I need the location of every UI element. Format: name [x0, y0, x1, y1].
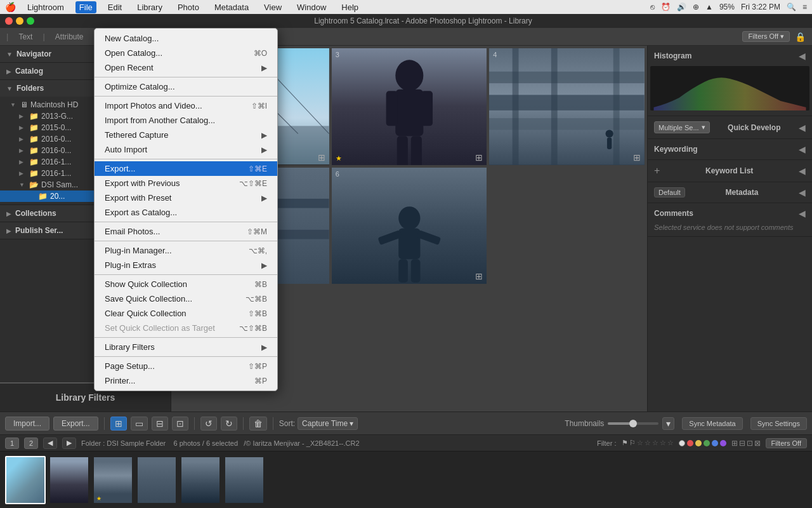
- photo-cell-2[interactable]: 3 ★ ⊞: [332, 48, 487, 165]
- menu-export[interactable]: Export... ⇧⌘E: [95, 161, 277, 176]
- menu-new-catalog[interactable]: New Catalog...: [95, 31, 277, 46]
- menu-export-with-previous[interactable]: Export with Previous ⌥⇧⌘E: [95, 176, 277, 190]
- flag-reject-icon[interactable]: ⚐: [629, 439, 636, 447]
- maximize-button[interactable]: [27, 17, 34, 25]
- filmstrip-prev-button[interactable]: ◀: [43, 438, 57, 449]
- airplay-icon[interactable]: ⎋: [650, 3, 655, 11]
- color-filter-green[interactable]: [704, 440, 710, 446]
- filters-off-button[interactable]: Filters Off ▾: [742, 31, 790, 42]
- keywording-header[interactable]: Keywording ◀: [648, 142, 812, 157]
- star-4[interactable]: ☆: [660, 439, 666, 447]
- rotate-left-button[interactable]: ↺: [200, 417, 217, 431]
- comments-header[interactable]: Comments ◀: [648, 206, 812, 221]
- folder-icon: 📁: [29, 146, 39, 155]
- filmstrip-thumb-1[interactable]: [5, 456, 46, 504]
- menu-printer[interactable]: Printer... ⌘P: [95, 373, 277, 388]
- import-button[interactable]: Import...: [5, 417, 49, 431]
- photo-cell-3[interactable]: 4 ⊞: [489, 48, 645, 165]
- flag-icon[interactable]: ⚑: [622, 439, 628, 447]
- time-machine-icon[interactable]: ⏰: [661, 3, 671, 11]
- thumbnail-dropdown-button[interactable]: ▾: [662, 417, 674, 430]
- cell-number-2: 3: [336, 51, 339, 58]
- menu-optimize-catalog[interactable]: Optimize Catalog...: [95, 79, 277, 94]
- loupe-view-button[interactable]: ▭: [131, 417, 148, 431]
- filter-text-tab[interactable]: Text: [13, 31, 37, 43]
- filmstrip-thumb-5[interactable]: [180, 456, 221, 504]
- menu-window[interactable]: Window: [293, 1, 330, 13]
- grid-view-button[interactable]: ⊞: [110, 417, 127, 431]
- filmstrip-thumb-2[interactable]: [49, 456, 89, 504]
- rotate-right-button[interactable]: ↻: [221, 417, 237, 431]
- star-3[interactable]: ☆: [652, 439, 658, 447]
- histogram-header[interactable]: Histogram ◀: [648, 48, 812, 64]
- keyword-add-icon[interactable]: +: [654, 165, 660, 177]
- keyword-list-arrow[interactable]: ◀: [799, 166, 806, 176]
- filter-lock-icon[interactable]: 🔒: [795, 32, 806, 42]
- menu-save-quick-collection[interactable]: Save Quick Collection... ⌥⌘B: [95, 291, 277, 306]
- star-2[interactable]: ☆: [645, 439, 651, 447]
- menu-plugin-manager[interactable]: Plug-in Manager... ⌥⌘,: [95, 243, 277, 258]
- close-button[interactable]: [5, 17, 13, 25]
- filmstrip-thumb-6[interactable]: [224, 456, 265, 504]
- delete-button[interactable]: 🗑: [249, 417, 267, 431]
- survey-view-button[interactable]: ⊡: [172, 417, 188, 431]
- apple-menu[interactable]: 🍎: [5, 2, 16, 12]
- menu-file[interactable]: File: [75, 1, 96, 13]
- menu-open-catalog[interactable]: Open Catalog... ⌘O: [95, 46, 277, 60]
- volume-icon[interactable]: 🔊: [677, 3, 686, 11]
- thumbnail-size-slider[interactable]: [608, 422, 658, 425]
- menu-edit[interactable]: Edit: [104, 1, 126, 13]
- quick-develop-header[interactable]: Multiple Se... ▾ Quick Develop ◀: [648, 119, 812, 136]
- color-filter-red[interactable]: [687, 440, 693, 446]
- page-1-btn[interactable]: 1: [5, 438, 19, 449]
- color-filter-purple[interactable]: [720, 440, 726, 446]
- sync-settings-button[interactable]: Sync Settings: [750, 417, 807, 430]
- menu-email-photos[interactable]: Email Photos... ⇧⌘M: [95, 224, 277, 239]
- filter-attribute-tab[interactable]: Attribute: [50, 31, 89, 43]
- metadata-preset-dropdown[interactable]: Default: [654, 187, 685, 197]
- menu-photo[interactable]: Photo: [174, 1, 203, 13]
- menu-tethered-capture[interactable]: Tethered Capture ▶: [95, 128, 277, 142]
- multiple-select-dropdown-btn[interactable]: Multiple Se... ▾: [654, 121, 710, 133]
- export-button[interactable]: Export...: [53, 417, 98, 431]
- photo-cell-5[interactable]: 6 ⊞: [332, 168, 487, 284]
- menu-page-setup[interactable]: Page Setup... ⇧⌘P: [95, 359, 277, 373]
- slider-knob[interactable]: [629, 420, 637, 427]
- menu-help[interactable]: Help: [337, 1, 362, 13]
- star-1[interactable]: ☆: [637, 439, 643, 447]
- expand-icon: ▶: [19, 159, 27, 165]
- filmstrip-thumb-4[interactable]: [136, 456, 177, 504]
- menu-export-as-catalog[interactable]: Export as Catalog...: [95, 205, 277, 220]
- notification-icon[interactable]: ≡: [802, 3, 807, 11]
- menu-clear-quick-collection[interactable]: Clear Quick Collection ⇧⌘B: [95, 306, 277, 321]
- color-filter-blue[interactable]: [712, 440, 718, 446]
- menu-import-from-catalog[interactable]: Import from Another Catalog...: [95, 113, 277, 128]
- metadata-arrow[interactable]: ◀: [799, 187, 806, 197]
- menu-library-filters[interactable]: Library Filters ▶: [95, 340, 277, 354]
- cell-badge-1: ⊞: [318, 152, 325, 163]
- status-filters-off-button[interactable]: Filters Off: [766, 438, 807, 448]
- menu-open-recent[interactable]: Open Recent ▶: [95, 60, 277, 75]
- star-5[interactable]: ☆: [667, 439, 674, 447]
- color-filter-yellow[interactable]: [695, 440, 702, 446]
- menu-export-with-preset[interactable]: Export with Preset ▶: [95, 190, 277, 205]
- page-2-btn[interactable]: 2: [24, 438, 38, 449]
- menu-auto-import[interactable]: Auto Import ▶: [95, 142, 277, 157]
- menu-metadata[interactable]: Metadata: [211, 1, 252, 13]
- menu-library[interactable]: Library: [133, 1, 166, 13]
- menu-plugin-extras[interactable]: Plug-in Extras ▶: [95, 258, 277, 272]
- spotlight-icon[interactable]: 🔍: [787, 3, 796, 11]
- menu-view[interactable]: View: [260, 1, 285, 13]
- color-filter-white[interactable]: [679, 440, 685, 446]
- sync-metadata-button[interactable]: Sync Metadata: [682, 417, 742, 430]
- compare-view-button[interactable]: ⊟: [152, 417, 168, 431]
- wifi-icon[interactable]: ▲: [705, 3, 713, 11]
- filmstrip-next-button[interactable]: ▶: [62, 438, 76, 449]
- menu-lightroom[interactable]: Lightroom: [23, 1, 68, 13]
- menu-import-photos[interactable]: Import Photos and Video... ⇧⌘I: [95, 98, 277, 113]
- menu-show-quick-collection[interactable]: Show Quick Collection ⌘B: [95, 277, 277, 291]
- minimize-button[interactable]: [16, 17, 23, 25]
- sort-dropdown[interactable]: Capture Time ▾: [298, 417, 358, 430]
- bluetooth-icon[interactable]: ⊕: [693, 3, 699, 11]
- filmstrip-thumb-3[interactable]: ★: [93, 456, 133, 504]
